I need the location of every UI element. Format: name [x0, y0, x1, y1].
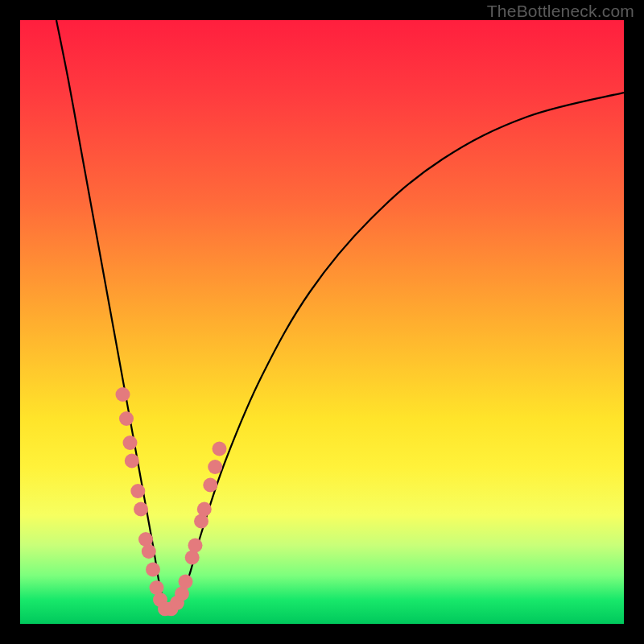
outer-frame: TheBottleneck.com: [0, 0, 644, 644]
bead-marker: [197, 502, 212, 517]
curve-svg: [20, 20, 624, 624]
bead-marker: [119, 411, 134, 426]
bead-marker: [138, 532, 153, 547]
bead-marker: [125, 454, 139, 469]
bottleneck-curve: [56, 20, 624, 612]
plot-area: [20, 20, 624, 624]
bead-marker: [194, 514, 208, 529]
bead-marker: [116, 387, 130, 402]
bead-marker: [208, 460, 222, 474]
bead-marker: [213, 442, 227, 456]
bead-group: [116, 387, 227, 616]
bead-marker: [179, 575, 193, 589]
bead-marker: [134, 502, 148, 517]
bead-marker: [188, 539, 203, 553]
watermark-text: TheBottleneck.com: [487, 2, 634, 21]
bead-marker: [130, 484, 145, 498]
bead-marker: [123, 436, 138, 450]
bead-marker: [142, 544, 156, 559]
bead-marker: [185, 551, 200, 565]
bead-marker: [146, 563, 160, 577]
bead-marker: [203, 478, 217, 493]
